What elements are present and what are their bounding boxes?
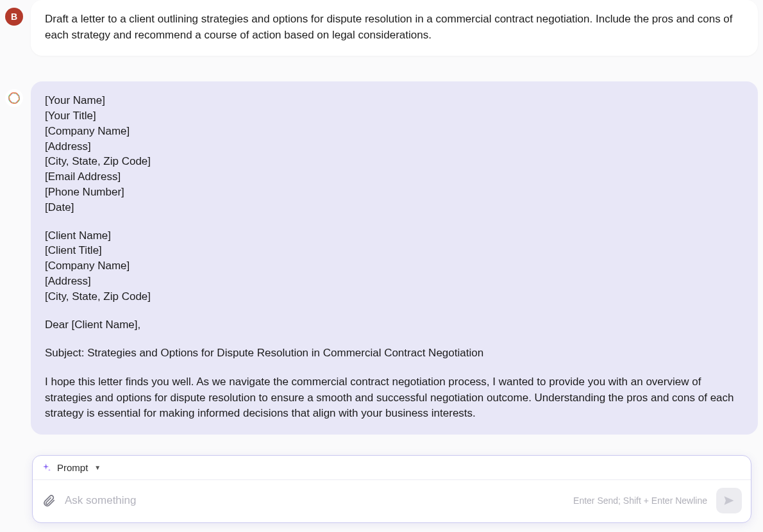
attachment-icon[interactable] <box>42 494 56 508</box>
composer-mode-label: Prompt <box>57 462 88 473</box>
letter-line: [Your Title] <box>45 108 744 124</box>
ai-message-row: [Your Name] [Your Title] [Company Name] … <box>5 81 758 435</box>
composer-input[interactable] <box>65 494 564 507</box>
letter-line: [City, State, Zip Code] <box>45 289 744 304</box>
letter-line: [Your Name] <box>45 93 744 108</box>
letter-line: [Client Name] <box>45 228 744 244</box>
composer-mode-row[interactable]: Prompt ▼ <box>33 456 751 480</box>
letter-line: [Date] <box>45 200 744 215</box>
letter-line: [Client Title] <box>45 243 744 258</box>
letter-subject: Subject: Strategies and Options for Disp… <box>45 345 744 362</box>
letter-line: [Address] <box>45 139 744 154</box>
composer-input-row: Enter Send; Shift + Enter Newline <box>33 480 751 522</box>
letter-line: [Company Name] <box>45 124 744 139</box>
ai-logo-icon <box>7 91 21 105</box>
letter-line: [Phone Number] <box>45 185 744 200</box>
user-avatar: B <box>5 8 23 26</box>
letter-line: [City, State, Zip Code] <box>45 154 744 169</box>
ai-avatar <box>5 89 23 107</box>
user-message-row: B Draft a letter to a client outlining s… <box>5 0 758 56</box>
user-message-text: Draft a letter to a client outlining str… <box>45 13 733 41</box>
letter-line: [Email Address] <box>45 169 744 185</box>
user-message-bubble: Draft a letter to a client outlining str… <box>31 0 758 56</box>
letter-line: [Address] <box>45 274 744 289</box>
letter-recipient-block: [Client Name] [Client Title] [Company Na… <box>45 228 744 304</box>
letter-salutation: Dear [Client Name], <box>45 317 744 333</box>
send-icon <box>723 494 735 507</box>
letter-line: [Company Name] <box>45 258 744 274</box>
chevron-down-icon: ▼ <box>94 464 101 471</box>
ai-message-bubble: [Your Name] [Your Title] [Company Name] … <box>31 81 758 435</box>
sparkle-icon <box>42 463 52 473</box>
letter-sender-block: [Your Name] [Your Title] [Company Name] … <box>45 93 744 215</box>
send-button[interactable] <box>716 488 742 513</box>
user-avatar-letter: B <box>11 12 17 22</box>
composer-hint: Enter Send; Shift + Enter Newline <box>573 495 707 506</box>
letter-intro: I hope this letter finds you well. As we… <box>45 374 744 422</box>
composer: Prompt ▼ Enter Send; Shift + Enter Newli… <box>32 455 751 523</box>
